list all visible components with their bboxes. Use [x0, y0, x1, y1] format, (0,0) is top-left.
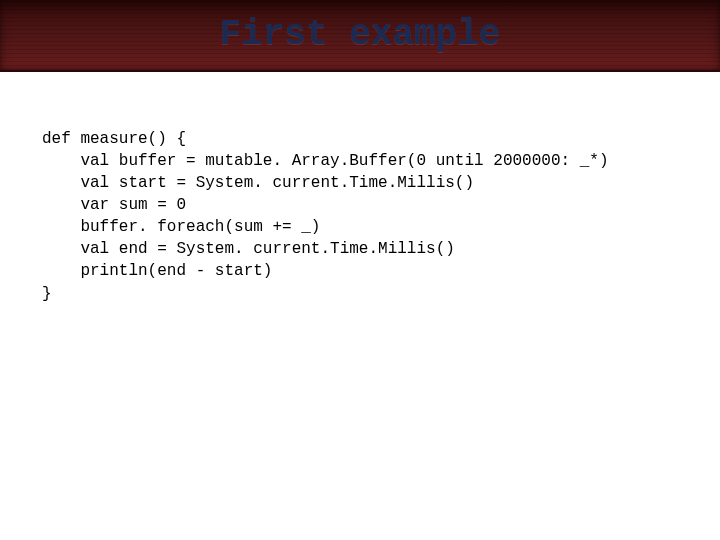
- slide-title: First example: [0, 0, 720, 55]
- code-line: println(end - start): [42, 262, 272, 280]
- code-line: var sum = 0: [42, 196, 186, 214]
- code-line: }: [42, 285, 52, 303]
- code-line: val buffer = mutable. Array.Buffer(0 unt…: [42, 152, 609, 170]
- code-line: buffer. foreach(sum += _): [42, 218, 320, 236]
- code-line: val end = System. current.Time.Millis(): [42, 240, 455, 258]
- code-line: def measure() {: [42, 130, 186, 148]
- slide: First example def measure() { val buffer…: [0, 0, 720, 540]
- code-line: val start = System. current.Time.Millis(…: [42, 174, 474, 192]
- code-block: def measure() { val buffer = mutable. Ar…: [42, 128, 609, 305]
- title-bar: First example: [0, 0, 720, 72]
